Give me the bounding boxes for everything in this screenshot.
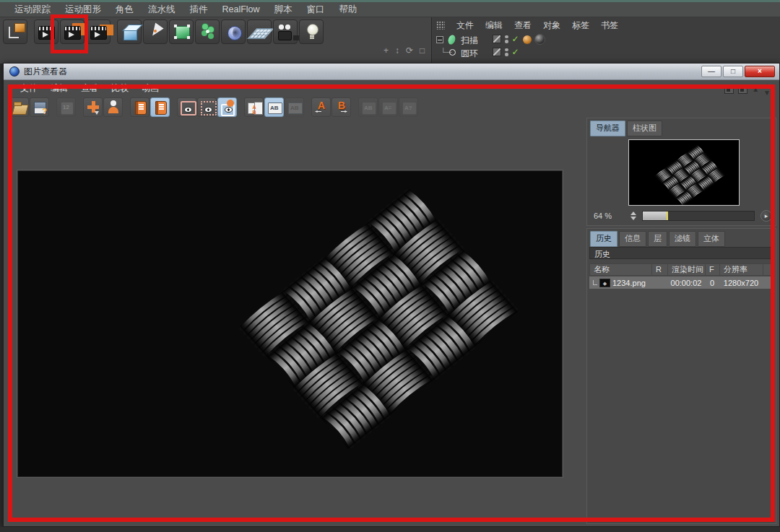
collapse-up-icon[interactable]: ▲ xyxy=(752,86,759,93)
object-row-circle[interactable]: └─ 圆环 ✓ xyxy=(432,46,780,59)
open-file-icon[interactable] xyxy=(9,97,29,117)
pv-menu-item[interactable]: 编辑 xyxy=(44,82,74,95)
app-menu-item[interactable]: 窗口 xyxy=(300,4,332,16)
array-mograph-icon[interactable] xyxy=(195,19,220,44)
scale-icon[interactable]: ↕ xyxy=(395,46,399,55)
viewport-icon[interactable]: □ xyxy=(420,46,425,55)
picture-viewer-titlebar[interactable]: 图片查看器 — □ × xyxy=(4,64,779,80)
om-menu-item[interactable]: 编辑 xyxy=(480,19,508,32)
history-catalog-icon[interactable] xyxy=(130,97,150,117)
om-menu-item[interactable]: 书签 xyxy=(595,19,624,32)
object-row-sweep[interactable]: 扫描 ✓ xyxy=(432,33,780,46)
frame-range-icon[interactable] xyxy=(56,97,76,117)
deformer-icon[interactable] xyxy=(221,19,246,44)
app-menu-item[interactable]: 运动图形 xyxy=(58,4,108,16)
app-menu-item[interactable]: 运动跟踪 xyxy=(7,4,58,16)
picture-viewer-window: 图片查看器 — □ × 文件编辑查看比较动画 ▲ ▲▼ 导航器柱状图 xyxy=(3,63,780,527)
enabled-check-icon[interactable]: ✓ xyxy=(512,48,519,56)
save-image-icon[interactable] xyxy=(30,97,49,117)
navigator-thumbnail[interactable] xyxy=(628,139,740,206)
move-icon[interactable]: + xyxy=(384,46,389,55)
add-cube-icon[interactable] xyxy=(117,19,142,44)
col-render-time[interactable]: 渲染时间 xyxy=(668,264,706,275)
col-f[interactable]: F xyxy=(706,264,720,275)
om-menu-item[interactable]: 查看 xyxy=(508,19,537,32)
panel-tab[interactable]: 历史 xyxy=(590,231,618,247)
ab-option-1-icon[interactable] xyxy=(358,97,378,117)
pv-menu-item[interactable]: 比较 xyxy=(105,82,135,95)
col-r[interactable]: R xyxy=(652,264,668,275)
panel-tab[interactable]: 信息 xyxy=(619,231,646,247)
object-label[interactable]: 扫描 xyxy=(461,35,478,47)
history-catalog-open-icon[interactable] xyxy=(150,97,170,117)
panel-tab[interactable]: 立体 xyxy=(698,231,725,247)
subdivision-surface-icon[interactable] xyxy=(169,19,194,44)
zoom-slider[interactable] xyxy=(642,211,755,221)
ab-option-2-icon[interactable] xyxy=(378,97,398,117)
picture-viewer-toolbar xyxy=(9,97,419,117)
col-name[interactable]: 名称 xyxy=(590,264,652,275)
expand-toggle-icon[interactable] xyxy=(436,36,443,43)
material-tag-icon[interactable] xyxy=(534,34,545,45)
fit-region-icon[interactable] xyxy=(197,97,217,117)
rotate-icon[interactable]: ⟳ xyxy=(406,46,413,55)
pv-menu-item[interactable]: 查看 xyxy=(74,82,105,95)
app-menu-item[interactable]: 脚本 xyxy=(267,4,300,16)
collapse-updown-icon[interactable]: ▲▼ xyxy=(763,82,771,97)
light-icon[interactable] xyxy=(299,19,324,44)
floor-icon[interactable] xyxy=(247,19,272,44)
set-image-a-icon[interactable] xyxy=(311,97,331,117)
render-settings-icon[interactable] xyxy=(86,19,110,44)
om-menu-item[interactable]: 文件 xyxy=(451,19,480,32)
ab-option-3-icon[interactable] xyxy=(399,97,418,117)
desktop-bottom-strip xyxy=(0,527,780,532)
render-to-picture-viewer-icon[interactable] xyxy=(60,19,84,44)
visibility-dots-icon[interactable] xyxy=(505,48,508,56)
layer-toggle-icon[interactable] xyxy=(493,48,501,56)
maximize-button[interactable]: □ xyxy=(723,66,743,77)
om-menu-item[interactable]: 对象 xyxy=(537,19,566,32)
object-label[interactable]: 圆环 xyxy=(461,48,478,60)
compare-view-icon[interactable] xyxy=(217,97,237,117)
zoom-spinner[interactable] xyxy=(630,212,636,220)
pv-menu-item[interactable]: 动画 xyxy=(135,82,165,95)
undock-panel-icon[interactable] xyxy=(738,86,748,94)
app-menu-item[interactable]: RealFlow xyxy=(215,4,267,14)
visibility-dots-icon[interactable] xyxy=(505,35,508,43)
om-menu-item[interactable]: 标签 xyxy=(566,19,595,32)
layer-toggle-icon[interactable] xyxy=(493,35,501,43)
ab-panels-icon[interactable] xyxy=(244,97,264,117)
camera-icon[interactable] xyxy=(273,19,298,44)
ab-compare-icon[interactable] xyxy=(264,97,284,117)
app-menu-item[interactable]: 流水线 xyxy=(141,4,183,16)
panel-tab[interactable]: 层 xyxy=(648,231,667,247)
app-menu-item[interactable]: 角色 xyxy=(108,4,141,16)
render-view-icon[interactable] xyxy=(34,19,58,44)
set-image-b-icon[interactable] xyxy=(332,97,351,117)
app-menu-item[interactable]: 插件 xyxy=(183,4,215,16)
pv-menu-item[interactable]: 文件 xyxy=(14,82,44,95)
dock-panel-icon[interactable] xyxy=(724,86,734,94)
single-image-icon[interactable] xyxy=(103,97,123,117)
app-menubar: 运动跟踪运动图形角色流水线插件RealFlow脚本窗口帮助 xyxy=(0,2,780,17)
zoom-slider-handle[interactable] xyxy=(667,212,668,220)
phong-tag-icon[interactable] xyxy=(523,35,532,44)
minimize-button[interactable]: — xyxy=(701,66,722,77)
render-frame: 0 xyxy=(705,279,719,287)
app-menu-item[interactable]: 帮助 xyxy=(332,4,365,16)
fit-image-icon[interactable] xyxy=(177,97,196,117)
navigator-tab[interactable]: 柱状图 xyxy=(627,121,662,136)
panel-menu-button[interactable]: ▸ xyxy=(760,210,772,222)
enabled-check-icon[interactable]: ✓ xyxy=(512,35,519,43)
spline-pen-icon[interactable] xyxy=(143,19,168,44)
zoom-control-row: 64 % ▸ xyxy=(587,209,776,224)
axis-cube-icon[interactable] xyxy=(3,19,27,44)
close-button[interactable]: × xyxy=(745,66,775,77)
col-resolution[interactable]: 分辨率 xyxy=(720,264,763,275)
drag-grip-icon[interactable] xyxy=(436,21,445,30)
history-row[interactable]: ◆ 1234.png 00:00:02 0 1280x720 xyxy=(589,276,774,289)
navigator-tab[interactable]: 导航器 xyxy=(590,121,625,136)
panel-tab[interactable]: 滤镜 xyxy=(669,231,696,247)
merge-channels-icon[interactable] xyxy=(83,97,103,117)
ab-mode-icon[interactable] xyxy=(285,97,304,117)
